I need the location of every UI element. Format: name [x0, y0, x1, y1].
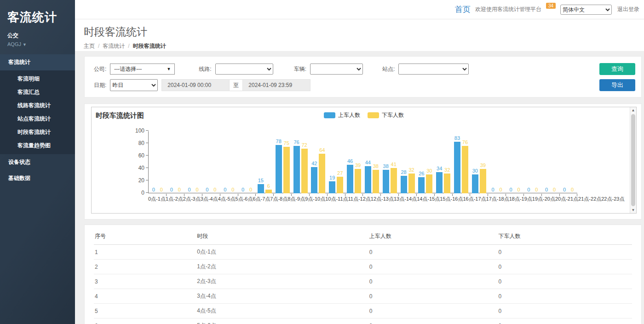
- legend-label: 下车人数: [382, 111, 404, 119]
- bar-group: 3039: [470, 131, 488, 193]
- table-cell: 0: [497, 318, 632, 324]
- bar-column: 39: [355, 162, 362, 193]
- bar[interactable]: [319, 154, 325, 193]
- bar-group: 2832: [399, 131, 417, 193]
- sidebar-section-passenger-stats[interactable]: 客流统计: [0, 54, 75, 70]
- date-end-input[interactable]: 2024-01-09 23:59: [242, 79, 310, 91]
- notification-badge[interactable]: 34: [546, 3, 556, 9]
- legend-entry[interactable]: 上车人数: [324, 111, 360, 119]
- sidebar-submenu-item[interactable]: 时段客流统计: [0, 126, 75, 139]
- sidebar-submenu-item[interactable]: 站点客流统计: [0, 112, 75, 126]
- sidebar-brand: 客流统计 公交 AQGJ▼: [0, 0, 75, 54]
- page-title: 时段客流统计: [84, 25, 644, 39]
- bar-value-label: 72: [301, 142, 307, 148]
- bar-value-label: 38: [373, 163, 379, 169]
- bar-column: 76: [293, 139, 300, 193]
- bar-column: 6: [265, 183, 272, 193]
- date-preset-select[interactable]: 昨日: [110, 79, 158, 91]
- bar[interactable]: [462, 146, 468, 193]
- table-cell: 5: [94, 304, 196, 318]
- bar[interactable]: [337, 177, 343, 193]
- chart-scrollbar[interactable]: ▲ ▼: [630, 107, 636, 213]
- bar[interactable]: [311, 167, 317, 193]
- language-select[interactable]: 简体中文: [560, 5, 612, 15]
- table-cell: 6: [94, 318, 196, 324]
- sidebar-section-device-status[interactable]: 设备状态: [0, 154, 75, 170]
- legend-label: 上车人数: [338, 111, 360, 119]
- x-axis-label-text: 13点-14点: [394, 196, 417, 202]
- query-button[interactable]: 查询: [599, 63, 635, 75]
- filter-buttons: 查询 导出: [599, 63, 635, 91]
- sidebar-submenu-item[interactable]: 客流量趋势图: [0, 139, 75, 152]
- date-start-input[interactable]: 2024-01-09 00:00: [161, 79, 230, 91]
- bar[interactable]: [301, 149, 308, 193]
- bar-group: 7672: [292, 131, 310, 193]
- legend-entry[interactable]: 下车人数: [368, 111, 404, 119]
- bar[interactable]: [436, 172, 443, 193]
- scrollbar-thumb[interactable]: [631, 114, 635, 206]
- x-axis-label-text: 8点-9点: [288, 196, 305, 202]
- x-axis-label-text: 11点-12点: [348, 196, 371, 202]
- bar[interactable]: [365, 166, 371, 193]
- export-button[interactable]: 导出: [599, 79, 635, 91]
- bar-value-label: 6: [267, 183, 270, 189]
- bar[interactable]: [444, 174, 450, 193]
- sidebar-section-base-data[interactable]: 基础数据: [0, 170, 75, 186]
- bar[interactable]: [329, 181, 335, 193]
- bar[interactable]: [408, 174, 415, 193]
- bar[interactable]: [258, 184, 264, 193]
- bar[interactable]: [355, 169, 361, 193]
- bar[interactable]: [454, 142, 460, 193]
- table-header-cell: 时段: [196, 228, 368, 245]
- sidebar-submenu-item[interactable]: 线路客流统计: [0, 99, 75, 112]
- bar-value-label: 0: [170, 187, 173, 193]
- vehicle-select[interactable]: [310, 64, 363, 75]
- bar-group: 156: [256, 131, 274, 193]
- bar-value-label: 0: [242, 187, 244, 193]
- bar[interactable]: [265, 190, 272, 193]
- bar-column: 30: [472, 168, 478, 193]
- bar-value-label: 0: [535, 187, 538, 193]
- bar[interactable]: [383, 170, 389, 193]
- bar[interactable]: [401, 176, 407, 193]
- bar-value-label: 83: [454, 135, 460, 141]
- company-select[interactable]: ---请选择--- ▼: [110, 64, 175, 75]
- station-select[interactable]: [398, 64, 469, 75]
- scrollbar-up-icon[interactable]: ▲: [630, 107, 636, 113]
- bar-value-label: 0: [563, 187, 566, 193]
- bar[interactable]: [293, 146, 300, 193]
- bar[interactable]: [283, 147, 290, 193]
- bar-group: 00: [506, 131, 524, 193]
- breadcrumb-separator: /: [98, 43, 99, 49]
- x-axis-label: 16点-17点: [463, 196, 486, 202]
- x-axis-label: 0点-1点: [148, 196, 166, 202]
- breadcrumb-item[interactable]: 客流统计: [103, 43, 125, 49]
- bar-column: 0: [497, 187, 504, 193]
- sidebar-submenu-item[interactable]: 客流汇总: [0, 86, 75, 99]
- chart-legend: 上车人数下车人数: [324, 111, 404, 119]
- bar[interactable]: [480, 169, 486, 193]
- scrollbar-down-icon[interactable]: ▼: [630, 207, 636, 213]
- bar[interactable]: [391, 168, 397, 193]
- x-axis-label: 8点-9点: [288, 196, 305, 202]
- line-select[interactable]: [215, 64, 273, 75]
- table-cell: 2点-3点: [196, 274, 368, 289]
- sidebar-submenu-item[interactable]: 客流明细: [0, 72, 75, 86]
- bar[interactable]: [426, 174, 432, 193]
- breadcrumb-item[interactable]: 主页: [84, 43, 95, 49]
- logout-link[interactable]: 退出登录: [617, 6, 639, 13]
- x-axis-label-text: 12点-13点: [371, 196, 394, 202]
- x-axis-label-text: 16点-17点: [463, 196, 486, 202]
- bar[interactable]: [347, 165, 353, 193]
- bar[interactable]: [373, 170, 379, 193]
- bar[interactable]: [472, 174, 478, 193]
- bar[interactable]: [276, 145, 282, 193]
- table-body: 10点-1点0021点-2点0032点-3点0043点-4点0054点-5点00…: [94, 245, 632, 324]
- y-axis-tick: [146, 192, 149, 193]
- home-link[interactable]: 首页: [455, 4, 471, 15]
- bar-value-label: 32: [408, 167, 414, 173]
- y-axis-tick: [146, 143, 149, 143]
- org-code-dropdown[interactable]: AQGJ▼: [7, 41, 68, 47]
- passenger-table: 序号时段上车人数下车人数 10点-1点0021点-2点0032点-3点0043点…: [94, 228, 632, 324]
- bar[interactable]: [418, 177, 425, 193]
